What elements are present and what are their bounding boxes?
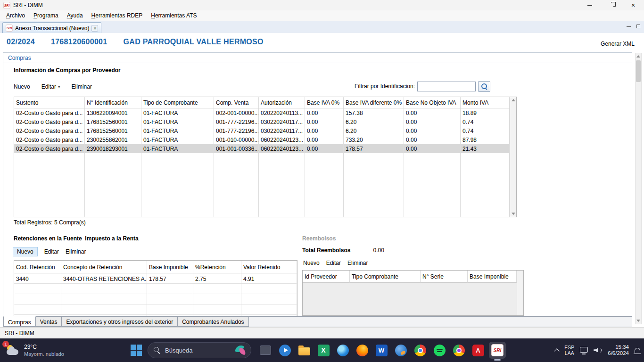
table-row[interactable]: 02-Costo o Gasto para d... 2300255862001… [14, 135, 516, 144]
menu-ayuda[interactable]: Ayuda [63, 11, 87, 20]
reembolsos-eliminar-button[interactable]: Eliminar [347, 260, 368, 266]
taskbar-clock[interactable]: 15:34 6/6/2024 [608, 344, 629, 356]
status-bar: SRI - DIMM [0, 327, 644, 338]
speaker-icon[interactable] [594, 347, 602, 354]
taskbar-firefox-button[interactable] [354, 342, 371, 359]
panel-header: Compras [3, 53, 632, 63]
column-header[interactable]: Tipo Comprobante [350, 271, 421, 283]
compras-eliminar-button[interactable]: Eliminar [72, 83, 92, 90]
scroll-up-icon [636, 55, 640, 58]
network-icon[interactable] [580, 347, 588, 353]
taskbar-excel-button[interactable] [315, 342, 332, 359]
table-cell: 157.38 [344, 108, 404, 117]
table-row[interactable]: 02-Costo o Gasto para d... 1306220094001… [14, 108, 516, 117]
compras-nuevo-button[interactable]: Nuevo [14, 83, 30, 90]
language-indicator[interactable]: ESP LAA [564, 345, 574, 356]
thunderbird-icon [395, 345, 407, 356]
cloudy-weather-icon: 1 [5, 343, 20, 358]
window-titlebar: SRi SRI - DIMM × [0, 0, 644, 10]
column-header[interactable]: N° Identificación [85, 97, 141, 108]
taskbar-app-window-button[interactable] [257, 342, 274, 359]
tab-close-icon[interactable]: × [91, 25, 98, 32]
table-row-selected[interactable]: 02-Costo o Gasto para d... 2390018293001… [14, 144, 516, 153]
table-cell: 0.00 [305, 135, 344, 144]
search-icon [154, 347, 160, 354]
taskbar-chrome-profile-button[interactable] [450, 342, 467, 359]
taskbar-edge-button[interactable] [334, 342, 351, 359]
column-header[interactable]: Base Imponible [147, 261, 193, 273]
column-header[interactable]: Base IVA 0% [305, 97, 344, 108]
filter-identification-input[interactable] [417, 82, 476, 91]
retenciones-nuevo-button[interactable]: Nuevo [13, 247, 38, 256]
ruc-label: 1768120600001 [51, 38, 107, 46]
retenciones-eliminar-button[interactable]: Eliminar [66, 248, 86, 255]
taskbar-file-explorer-button[interactable] [296, 342, 313, 359]
taskbar-media-player-button[interactable] [276, 342, 293, 359]
taskbar-search[interactable]: Búsqueda [148, 342, 251, 358]
start-button[interactable] [129, 343, 143, 357]
table-cell: 0.00 [305, 144, 344, 153]
compras-table-scrollbar[interactable] [510, 97, 516, 217]
taskbar-sri-dimm-button[interactable]: SRi [489, 342, 506, 359]
column-header[interactable]: Base No Objeto IVA [404, 97, 461, 108]
reembolsos-editar-button[interactable]: Editar [326, 260, 341, 266]
menu-herramientas-rdep[interactable]: Herramientas RDEP [87, 11, 147, 20]
column-header[interactable]: Sustento [14, 97, 85, 108]
filter-label: Filtrar por Identificacion: [355, 83, 415, 90]
reembolsos-nuevo-button[interactable]: Nuevo [303, 260, 320, 266]
menu-herramientas-ats[interactable]: Herramientas ATS [147, 11, 201, 20]
compras-page-panel: Compras Información de Compras por Prove… [3, 52, 632, 327]
table-cell: 0.74 [461, 117, 510, 126]
taskbar-word-button[interactable] [373, 342, 390, 359]
tray-chevron-up-icon[interactable] [554, 348, 560, 354]
column-header[interactable]: Concepto de Retención [61, 261, 147, 273]
scrollbar-thumb[interactable] [636, 60, 641, 82]
table-row[interactable]: 02-Costo o Gasto para d... 1768152560001… [14, 117, 516, 126]
menu-archivo[interactable]: Archivo [2, 11, 29, 20]
column-header[interactable]: N° Serie [421, 271, 468, 283]
compras-editar-button[interactable]: Editar▾ [41, 83, 60, 90]
weather-widget[interactable]: 1 23°C Mayorm. nublado [5, 341, 64, 359]
tab-anexo-transaccional[interactable]: SRi Anexo Transaccional (Nuevo) × [2, 22, 101, 33]
minimize-button[interactable] [579, 0, 601, 10]
taskbar-acrobat-button[interactable] [470, 342, 487, 359]
column-header[interactable]: Monto IVA [461, 97, 510, 108]
pane-maximize-icon[interactable] [636, 25, 640, 28]
filter-search-button[interactable] [478, 81, 490, 92]
table-cell: 3440 [14, 273, 61, 284]
chrome-profile-icon [453, 345, 465, 356]
column-header[interactable]: Autorización [259, 97, 305, 108]
table-cell: 0.00 [404, 144, 461, 153]
taskbar-thunderbird-button[interactable] [392, 342, 409, 359]
reembolsos-table-scrollbar[interactable] [517, 271, 523, 315]
column-header[interactable]: Comp. Venta [214, 97, 259, 108]
tab-comprobantes-anulados[interactable]: Comprobantes Anulados [177, 317, 248, 327]
column-header[interactable]: Id Proveedor [303, 271, 350, 283]
table-row[interactable]: 3440 3440-OTRAS RETENCIONES A... 178.57 … [14, 273, 297, 284]
close-button[interactable]: × [622, 0, 644, 10]
taskbar-spotify-button[interactable] [431, 342, 448, 359]
pane-minimize-icon[interactable] [627, 26, 631, 27]
system-tray: ESP LAA 15:34 6/6/2024 [555, 338, 640, 362]
column-header[interactable]: Cod. Retención [14, 261, 61, 273]
tab-compras[interactable]: Compras [3, 316, 36, 327]
restore-button[interactable] [601, 0, 622, 10]
vertical-scrollbar[interactable] [635, 53, 642, 324]
column-header[interactable]: %Retención [193, 261, 241, 273]
column-header[interactable]: Valor Retenido [241, 261, 297, 273]
retenciones-editar-button[interactable]: Editar [44, 248, 59, 255]
column-header[interactable]: Tipo de Comprobante [141, 97, 214, 108]
table-cell: 4.91 [241, 273, 297, 284]
menu-programa[interactable]: Programa [29, 11, 63, 20]
taskbar-chrome-button[interactable] [412, 342, 429, 359]
tab-exportaciones[interactable]: Exportaciones y otros ingresos del exter… [61, 317, 178, 327]
generar-xml-button[interactable]: Generar XML [601, 41, 635, 47]
reembolsos-table-header: Id Proveedor Tipo Comprobante N° Serie B… [303, 271, 523, 283]
menubar: Archivo Programa Ayuda Herramientas RDEP… [0, 10, 644, 21]
notifications-bell-icon[interactable] [635, 348, 640, 353]
table-row[interactable]: 02-Costo o Gasto para d... 1768152560001… [14, 126, 516, 135]
cloud-icon [7, 349, 18, 355]
column-header[interactable]: Base IVA diferente 0% [344, 97, 404, 108]
tab-ventas[interactable]: Ventas [35, 317, 62, 327]
column-header[interactable]: Base Imponible [468, 271, 517, 283]
